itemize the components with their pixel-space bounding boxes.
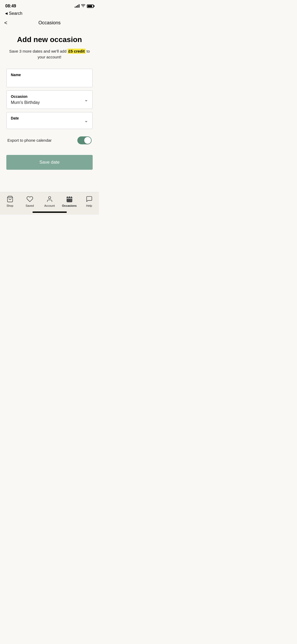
nav-item-occasions[interactable]: Occasions — [59, 195, 79, 207]
svg-rect-6 — [68, 199, 69, 200]
page-title: Occasions — [38, 20, 60, 26]
calendar-toggle[interactable] — [77, 136, 92, 144]
name-label: Name — [11, 73, 88, 77]
nav-item-shop[interactable]: Shop — [0, 195, 20, 207]
nav-label-help: Help — [86, 204, 92, 207]
subtext-before: Save 3 more dates and we'll add — [9, 49, 68, 53]
occasion-label: Occasion — [11, 94, 88, 99]
occasion-field[interactable]: Occasion Mum's Birthday ⌄ — [6, 90, 93, 109]
nav-label-shop: Shop — [7, 204, 13, 207]
occasion-value: Mum's Birthday — [11, 100, 40, 105]
nav-item-saved[interactable]: Saved — [20, 195, 40, 207]
bottom-nav: Shop Saved Account — [0, 192, 99, 209]
help-icon — [86, 195, 93, 203]
signal-icon — [75, 4, 79, 8]
date-label: Date — [11, 116, 88, 120]
back-chevron-icon: ◄ — [4, 11, 8, 16]
home-bar — [32, 211, 67, 213]
account-icon — [46, 195, 53, 203]
svg-rect-2 — [67, 197, 72, 202]
back-nav-text: Search — [9, 11, 22, 16]
nav-label-account: Account — [44, 204, 55, 207]
nav-label-occasions: Occasions — [62, 204, 77, 207]
main-content: Add new occasion Save 3 more dates and w… — [0, 30, 99, 192]
wifi-icon — [81, 4, 85, 8]
date-field[interactable]: Date ⌄ — [6, 112, 93, 129]
nav-item-help[interactable]: Help — [79, 195, 99, 207]
nav-label-saved: Saved — [26, 204, 34, 207]
occasions-icon — [66, 195, 73, 203]
toggle-label: Export to phone calendar — [7, 138, 52, 142]
back-button[interactable]: < — [4, 20, 7, 26]
form-subtext: Save 3 more dates and we'll add £5 credi… — [6, 48, 93, 60]
occasion-chevron-icon: ⌄ — [84, 97, 88, 103]
name-field[interactable]: Name — [6, 69, 93, 87]
home-indicator — [0, 209, 99, 215]
save-date-button[interactable]: Save date — [6, 155, 93, 170]
calendar-export-row: Export to phone calendar — [6, 132, 93, 149]
page-header: < Occasions — [0, 18, 99, 30]
form-heading: Add new occasion — [6, 35, 93, 44]
shop-icon — [6, 195, 14, 203]
date-chevron-icon: ⌄ — [84, 118, 88, 123]
toggle-thumb — [84, 137, 91, 144]
svg-point-1 — [48, 196, 51, 199]
heart-icon — [26, 195, 34, 203]
nav-item-account[interactable]: Account — [40, 195, 59, 207]
status-icons — [75, 4, 94, 8]
battery-icon — [87, 4, 94, 8]
status-bar: 08:49 — [0, 0, 99, 10]
credit-highlight: £5 credit — [68, 49, 86, 54]
name-input[interactable] — [11, 79, 88, 83]
status-time: 08:49 — [5, 4, 16, 8]
back-nav[interactable]: ◄ Search — [0, 10, 99, 18]
